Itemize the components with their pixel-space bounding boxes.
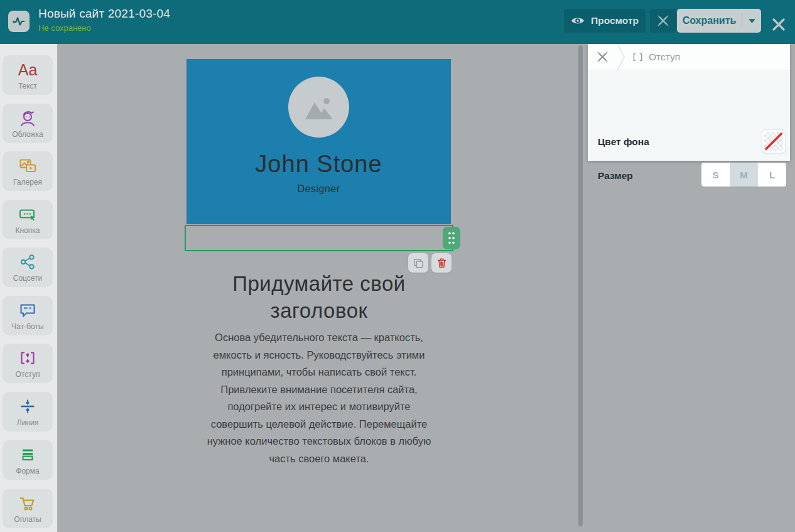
cover-icon xyxy=(18,108,37,128)
payments-icon xyxy=(18,493,37,513)
form-icon xyxy=(18,445,37,465)
preview-button-label: Просмотр xyxy=(591,15,639,26)
sidebar-item-text[interactable]: Aa Текст xyxy=(3,55,53,95)
chatbot-icon xyxy=(18,300,37,320)
settings-panel-header: Отступ xyxy=(588,44,790,70)
cover-block[interactable]: John Stone Designer xyxy=(187,59,451,224)
block-drag-handle[interactable] xyxy=(443,227,460,249)
breadcrumb-separator xyxy=(617,44,625,70)
sidebar-item-label: Обложка xyxy=(12,130,43,139)
drag-dots-icon xyxy=(447,231,456,245)
profile-name-text[interactable]: John Stone xyxy=(187,151,451,178)
save-button-label: Сохранить xyxy=(683,15,737,26)
app-logo xyxy=(8,11,30,32)
page-heading-block[interactable]: Придумайте свой заголовок xyxy=(206,270,432,324)
sidebar-item-label: Галерея xyxy=(13,178,42,187)
background-color-label: Цвет фона xyxy=(598,136,649,148)
image-placeholder-icon xyxy=(305,95,333,119)
element-sidebar: Aa Текст Обложка xyxy=(0,44,57,532)
spacing-brackets-icon xyxy=(632,52,643,62)
sidebar-item-cover[interactable]: Обложка xyxy=(3,104,53,143)
sidebar-item-social[interactable]: Соцсети xyxy=(3,247,53,287)
sidebar-item-spacing[interactable]: Отступ xyxy=(3,344,53,383)
button-icon xyxy=(18,204,37,224)
save-status: Не сохранено xyxy=(38,23,170,33)
canvas-scrollbar[interactable] xyxy=(578,45,583,526)
save-button[interactable]: Сохранить xyxy=(677,9,742,33)
sidebar-item-label: Соцсети xyxy=(13,274,43,283)
preview-button[interactable]: Просмотр xyxy=(564,9,646,33)
sidebar-item-label: Оплаты xyxy=(14,515,41,524)
sidebar-item-button[interactable]: Кнопка xyxy=(3,200,53,239)
gallery-icon xyxy=(18,156,37,176)
selected-spacer-block[interactable] xyxy=(185,225,453,251)
sidebar-item-payments[interactable]: Оплаты xyxy=(3,489,53,528)
size-option-s[interactable]: S xyxy=(701,163,730,187)
crossed-pencils-icon xyxy=(596,50,609,63)
line-icon xyxy=(18,396,37,416)
sidebar-item-label: Кнопка xyxy=(16,226,40,235)
panel-tools-button[interactable] xyxy=(588,44,617,70)
avatar[interactable] xyxy=(288,77,349,138)
delete-block-button[interactable] xyxy=(431,253,452,273)
size-option-m[interactable]: M xyxy=(730,163,758,187)
crossed-pencils-icon xyxy=(656,14,670,28)
sidebar-item-chatbots[interactable]: Чат-боты xyxy=(3,296,53,335)
breadcrumb-label: Отступ xyxy=(649,52,680,63)
close-icon xyxy=(771,17,786,32)
block-settings-panel: Отступ Цвет фона Размер S M L xyxy=(588,44,790,161)
page-paragraph-block[interactable]: Основа убедительного текста — краткость,… xyxy=(202,329,436,467)
trash-icon xyxy=(436,257,448,269)
sidebar-item-label: Текст xyxy=(18,82,37,90)
close-editor-button[interactable] xyxy=(771,16,787,33)
sidebar-item-label: Линия xyxy=(17,418,38,427)
sidebar-item-form[interactable]: Форма xyxy=(3,440,53,480)
site-title[interactable]: Новый сайт 2021-03-04 xyxy=(38,7,170,21)
eye-icon xyxy=(571,16,585,26)
design-tools-button[interactable] xyxy=(650,9,676,33)
sidebar-item-label: Форма xyxy=(16,467,39,475)
size-label: Размер xyxy=(598,170,633,182)
sidebar-item-gallery[interactable]: Галерея xyxy=(3,151,53,191)
sidebar-item-line[interactable]: Линия xyxy=(3,392,53,432)
text-icon: Aa xyxy=(18,60,38,80)
breadcrumb: Отступ xyxy=(632,52,680,63)
site-builder-screen: Новый сайт 2021-03-04 Не сохранено Просм… xyxy=(0,0,795,532)
sidebar-item-label: Отступ xyxy=(16,370,40,379)
spacing-icon xyxy=(18,348,37,368)
background-color-swatch[interactable] xyxy=(762,129,786,153)
pulse-icon xyxy=(12,14,26,28)
copy-icon xyxy=(412,257,425,269)
caret-down-icon xyxy=(749,19,755,23)
size-option-l[interactable]: L xyxy=(758,163,786,187)
transparent-color-icon xyxy=(764,132,783,151)
save-split-button: Сохранить xyxy=(677,9,761,33)
top-bar: Новый сайт 2021-03-04 Не сохранено Просм… xyxy=(0,0,795,44)
sidebar-item-label: Чат-боты xyxy=(11,322,43,331)
social-icon xyxy=(18,252,37,272)
profile-role-text[interactable]: Designer xyxy=(187,183,451,195)
site-title-block: Новый сайт 2021-03-04 Не сохранено xyxy=(38,7,170,33)
save-dropdown-button[interactable] xyxy=(742,9,761,33)
size-segmented-control: S M L xyxy=(701,163,786,187)
